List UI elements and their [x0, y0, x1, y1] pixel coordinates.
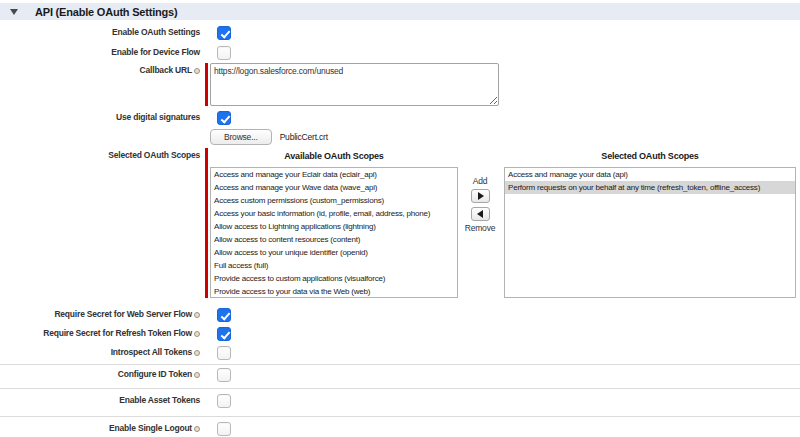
require-secret-web-server-label: Require Secret for Web Server Flow	[0, 307, 200, 320]
row-require-secret-refresh-token: Require Secret for Refresh Token Flow	[0, 326, 800, 343]
introspect-all-tokens-label: Introspect All Tokens	[0, 345, 200, 358]
divider	[0, 416, 800, 417]
remove-label: Remove	[465, 223, 495, 234]
left-arrow-icon	[473, 210, 483, 218]
required-indicator	[205, 148, 208, 298]
section-header[interactable]: API (Enable OAuth Settings)	[0, 3, 800, 20]
row-introspect-all-tokens: Introspect All Tokens	[0, 345, 800, 362]
certificate-filename: PublicCert.crt	[280, 129, 328, 145]
info-icon[interactable]	[194, 331, 200, 337]
introspect-all-tokens-checkbox[interactable]	[217, 346, 231, 360]
enable-for-device-flow-checkbox[interactable]	[217, 46, 231, 60]
scope-option[interactable]: Provide access to custom applications (v…	[211, 272, 457, 285]
info-icon[interactable]	[194, 350, 200, 356]
scope-option[interactable]: Access your basic information (id, profi…	[211, 207, 457, 220]
row-oauth-scopes: Selected OAuth Scopes Available OAuth Sc…	[0, 148, 800, 298]
enable-for-device-flow-label: Enable for Device Flow	[0, 45, 200, 58]
enable-single-logout-label: Enable Single Logout	[0, 421, 200, 434]
configure-id-token-checkbox[interactable]	[217, 368, 231, 382]
use-digital-signatures-label: Use digital signatures	[0, 110, 200, 123]
section-title: API (Enable OAuth Settings)	[35, 6, 178, 18]
info-icon[interactable]	[194, 426, 200, 432]
require-secret-web-server-checkbox[interactable]	[217, 308, 231, 322]
divider	[0, 364, 800, 365]
scope-option[interactable]: Allow access to content resources (conte…	[211, 233, 457, 246]
row-enable-for-device-flow: Enable for Device Flow	[0, 45, 800, 63]
available-scopes-listbox[interactable]: Access and manage your Eclair data (ecla…	[210, 167, 458, 298]
remove-scope-button[interactable]	[471, 207, 490, 221]
use-digital-signatures-checkbox[interactable]	[217, 111, 231, 125]
selected-scopes-header: Selected OAuth Scopes	[504, 151, 796, 164]
enable-single-logout-checkbox[interactable]	[217, 422, 231, 436]
row-enable-oauth-settings: Enable OAuth Settings	[0, 25, 800, 43]
require-secret-refresh-token-label: Require Secret for Refresh Token Flow	[0, 326, 200, 339]
scope-option[interactable]: Access and manage your Eclair data (ecla…	[211, 168, 457, 181]
collapse-caret-icon[interactable]	[10, 9, 18, 19]
row-require-secret-web-server: Require Secret for Web Server Flow	[0, 307, 800, 324]
scope-option[interactable]: Access and manage your data (api)	[505, 168, 795, 181]
scope-option[interactable]: Access and manage your Wave data (wave_a…	[211, 181, 457, 194]
row-certificate-upload: Browse... PublicCert.crt	[0, 129, 800, 145]
row-enable-asset-tokens: Enable Asset Tokens	[0, 393, 800, 410]
info-icon[interactable]	[194, 372, 200, 378]
scope-option[interactable]: Allow access to your unique identifier (…	[211, 246, 457, 259]
callback-url-input[interactable]: https://logon.salesforce.com/unused	[210, 63, 499, 106]
required-indicator	[205, 63, 208, 106]
info-icon[interactable]	[194, 68, 200, 74]
row-use-digital-signatures: Use digital signatures	[0, 110, 800, 128]
require-secret-refresh-token-checkbox[interactable]	[217, 327, 231, 341]
enable-oauth-settings-label: Enable OAuth Settings	[0, 25, 200, 38]
configure-id-token-label: Configure ID Token	[0, 367, 200, 380]
callback-url-label: Callback URL	[0, 63, 200, 76]
scope-option[interactable]: Access custom permissions (custom_permis…	[211, 194, 457, 207]
row-configure-id-token: Configure ID Token	[0, 367, 800, 384]
scope-option[interactable]: Allow access to Lightning applications (…	[211, 220, 457, 233]
row-callback-url: Callback URL https://logon.salesforce.co…	[0, 63, 800, 106]
row-enable-single-logout: Enable Single Logout	[0, 421, 800, 437]
scope-option[interactable]: Perform requests on your behalf at any t…	[505, 181, 795, 194]
selected-scopes-listbox[interactable]: Access and manage your data (api)Perform…	[504, 167, 796, 298]
scope-option[interactable]: Full access (full)	[211, 259, 457, 272]
add-scope-button[interactable]	[471, 189, 490, 203]
selected-oauth-scopes-label: Selected OAuth Scopes	[0, 148, 200, 161]
add-label: Add	[473, 176, 488, 187]
divider	[0, 388, 800, 389]
browse-button[interactable]: Browse...	[210, 129, 272, 145]
scope-option[interactable]: Provide access to your data via the Web …	[211, 285, 457, 298]
available-scopes-header: Available OAuth Scopes	[210, 151, 458, 164]
right-arrow-icon	[478, 192, 488, 200]
enable-asset-tokens-label: Enable Asset Tokens	[0, 393, 200, 406]
enable-asset-tokens-checkbox[interactable]	[217, 394, 231, 408]
info-icon[interactable]	[194, 312, 200, 318]
enable-oauth-settings-checkbox[interactable]	[217, 26, 231, 40]
